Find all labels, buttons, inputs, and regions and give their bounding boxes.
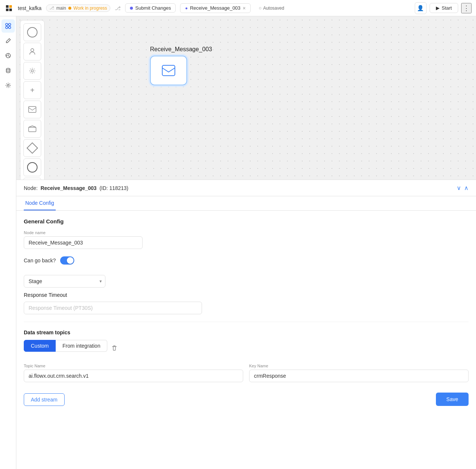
panel-node-id: (ID: 118213): [100, 185, 128, 191]
svg-rect-18: [162, 65, 175, 76]
add-stream-button[interactable]: Add stream: [24, 393, 65, 406]
palette-circle-empty-node[interactable]: [23, 158, 41, 176]
bottom-actions: Add stream Save: [24, 390, 469, 406]
sidebar-item-settings[interactable]: [1, 79, 15, 92]
tab-node-config[interactable]: Node Config: [24, 196, 56, 210]
response-timeout-input[interactable]: [24, 302, 202, 314]
key-name-label: Key Name: [249, 364, 469, 368]
branch-pill[interactable]: ⎇ main Work in progress: [46, 4, 111, 12]
palette-diamond-node[interactable]: [23, 139, 41, 157]
panel-collapse: ∨ ∧: [457, 184, 469, 191]
node-name-field: Node name: [24, 230, 469, 249]
panel-node-name: Receive_Message_003: [40, 185, 97, 191]
response-timeout-group: Response Timeout: [24, 292, 469, 314]
data-stream-title: Data stream topics: [24, 329, 469, 335]
panel-node-prefix: Node:: [24, 185, 38, 191]
svg-rect-1: [9, 5, 12, 8]
more-options-button[interactable]: ⋮: [461, 3, 472, 13]
tab-title: Receive_Message_003: [190, 5, 241, 11]
sidebar-item-flow[interactable]: [1, 19, 15, 33]
top-right-actions: 👤 ▶ Start ⋮: [415, 2, 472, 14]
project-name: test_kafka: [18, 5, 42, 11]
stream-fields: Topic Name Key Name: [24, 364, 469, 382]
can-go-back-row: Can go back?: [24, 256, 469, 265]
svg-rect-3: [9, 9, 12, 11]
stream-tab-group: Custom From integration: [24, 340, 107, 352]
can-go-back-label: Can go back?: [24, 258, 56, 263]
autosaved-label: Autosaved: [263, 6, 284, 11]
topic-name-field: Topic Name: [24, 364, 243, 382]
stream-tab-row: Custom From integration: [24, 340, 469, 358]
panel-title: Node: Receive_Message_003 (ID: 118213): [24, 185, 128, 191]
tab-pill: ● Receive_Message_003 ×: [180, 3, 250, 13]
svg-point-13: [7, 85, 9, 86]
svg-point-6: [6, 26, 8, 29]
save-button[interactable]: Save: [436, 393, 469, 406]
collapse-down-button[interactable]: ∨: [457, 184, 461, 191]
key-name-input[interactable]: [249, 370, 469, 382]
response-timeout-title: Response Timeout: [24, 292, 469, 298]
palette-person-node[interactable]: [23, 43, 41, 60]
sidebar-item-database[interactable]: [1, 64, 15, 77]
branch-icon: ⎇: [49, 6, 54, 10]
config-content: General Config Node name Can go back? St…: [16, 211, 476, 421]
delete-stream-button[interactable]: [111, 345, 118, 353]
submit-dot: [130, 7, 133, 10]
svg-rect-16: [29, 106, 36, 112]
status-text: Work in progress: [74, 6, 107, 11]
start-button[interactable]: ▶ Start: [430, 3, 458, 13]
collapse-up-button[interactable]: ∧: [464, 184, 469, 191]
flow-node-label: Receive_Message_003: [150, 46, 212, 53]
section-divider: [24, 322, 469, 322]
palette-envelope-node[interactable]: [23, 101, 41, 118]
flow-node[interactable]: [150, 56, 187, 85]
custom-tab-button[interactable]: Custom: [24, 340, 56, 352]
autosaved-indicator: ○ Autosaved: [255, 4, 288, 12]
palette-circle-node[interactable]: [23, 23, 41, 41]
palette-plus-node[interactable]: +: [23, 81, 41, 99]
svg-point-12: [6, 68, 10, 70]
panel-header: Node: Receive_Message_003 (ID: 118213) ∨…: [16, 180, 476, 196]
branch-merge-icon: ⎇: [115, 5, 121, 11]
flow-node-wrapper: Receive_Message_003: [150, 46, 212, 85]
sidebar-item-history[interactable]: [1, 49, 15, 62]
branch-name: main: [56, 6, 66, 11]
panel-tabs: Node Config: [16, 196, 476, 211]
general-config-title: General Config: [24, 218, 469, 224]
svg-point-5: [9, 23, 11, 26]
topic-name-input[interactable]: [24, 370, 243, 382]
can-go-back-toggle[interactable]: [60, 256, 74, 265]
main-layout: +: [0, 16, 476, 469]
svg-point-14: [31, 49, 34, 52]
node-name-label: Node name: [24, 230, 469, 235]
sidebar-item-edit[interactable]: [1, 34, 15, 47]
palette-open-envelope-node[interactable]: [23, 120, 41, 138]
node-name-input[interactable]: [24, 236, 143, 249]
submit-changes-button[interactable]: Submit Changes: [125, 3, 176, 13]
stage-select-wrapper: Stage ▾: [24, 275, 105, 288]
start-label: Start: [442, 5, 452, 11]
share-button[interactable]: 👤: [415, 2, 427, 14]
svg-rect-17: [29, 127, 36, 132]
key-name-field: Key Name: [249, 364, 469, 382]
status-dot: [68, 7, 71, 10]
from-integration-tab-button[interactable]: From integration: [56, 340, 107, 352]
svg-point-15: [31, 70, 33, 72]
tab-close-button[interactable]: ×: [243, 5, 246, 11]
topic-name-label: Topic Name: [24, 364, 243, 368]
left-sidebar: [0, 16, 16, 469]
autosaved-icon: ○: [259, 5, 262, 11]
stage-select[interactable]: Stage: [24, 275, 105, 288]
tab-dot-icon: ●: [185, 6, 188, 11]
svg-point-4: [6, 23, 8, 26]
svg-point-7: [9, 26, 11, 29]
palette-gear-node[interactable]: [23, 62, 41, 80]
svg-rect-0: [6, 5, 9, 8]
bottom-panel: Node: Receive_Message_003 (ID: 118213) ∨…: [16, 180, 476, 469]
svg-rect-2: [6, 9, 9, 11]
submit-label: Submit Changes: [135, 5, 171, 11]
canvas-container[interactable]: +: [16, 16, 476, 469]
top-bar: test_kafka ⎇ main Work in progress ⎇ Sub…: [0, 0, 476, 16]
app-logo: [4, 4, 13, 13]
play-icon: ▶: [436, 5, 440, 11]
